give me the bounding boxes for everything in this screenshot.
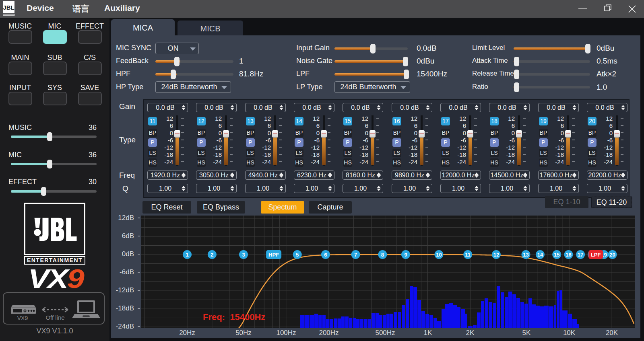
svg-text:8: 8	[381, 252, 384, 258]
svg-text:10: 10	[436, 252, 442, 258]
svg-text:JBL: JBL	[3, 4, 14, 11]
svg-text:5: 5	[296, 252, 299, 258]
svg-text:11: 11	[465, 252, 471, 258]
svg-text:VX9: VX9	[17, 315, 28, 321]
svg-text:14: 14	[537, 252, 543, 258]
svg-text:1: 1	[186, 252, 188, 258]
svg-text:15: 15	[554, 252, 559, 258]
svg-text:6: 6	[324, 252, 327, 258]
svg-text:17: 17	[578, 252, 583, 258]
svg-text:9: 9	[404, 252, 407, 258]
svg-text:13: 13	[523, 252, 528, 258]
svg-text:12: 12	[493, 252, 499, 258]
svg-text:LPF: LPF	[591, 252, 601, 258]
svg-text:3: 3	[242, 252, 245, 258]
svg-text:HPF: HPF	[268, 252, 279, 258]
svg-text:Off line: Off line	[45, 314, 64, 321]
svg-text:2: 2	[211, 252, 213, 258]
svg-text:16: 16	[566, 252, 571, 258]
svg-text:7: 7	[354, 252, 357, 258]
svg-text:20: 20	[609, 252, 615, 258]
